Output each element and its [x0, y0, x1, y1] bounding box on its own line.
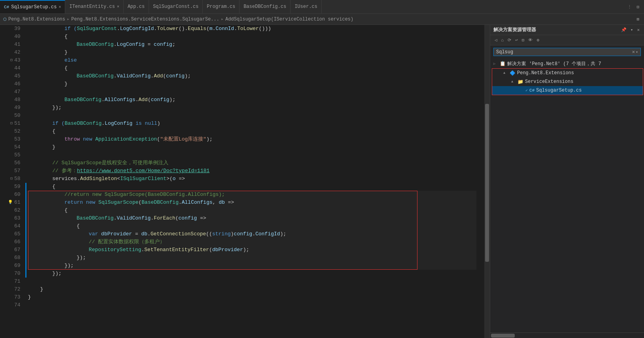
tab-icon-cs: C#: [4, 5, 9, 9]
path-actions-btn[interactable]: ⊞: [635, 16, 641, 23]
sol-refresh-btn[interactable]: ↩: [514, 37, 519, 43]
tree-item-solution[interactable]: ▷ 📋 解决方案 'Peng.Net8' (7 个项目，共 7: [490, 59, 644, 68]
sol-collapse-btn[interactable]: ⊟: [521, 37, 526, 43]
tab-label-sqlsugarconst: SqlSugarConst.cs: [153, 4, 198, 9]
sol-sync-btn[interactable]: ⟳: [506, 37, 512, 43]
tab-close-sqlsugar[interactable]: ×: [59, 5, 61, 9]
tab-program[interactable]: Program.cs: [203, 0, 240, 14]
project-icon: 🔷: [510, 70, 516, 76]
sol-back-btn[interactable]: ◁: [493, 37, 499, 43]
tree-item-file[interactable]: ✓ C# SqlsugarSetup.cs: [492, 86, 643, 95]
sol-show-all-btn[interactable]: 👁: [527, 37, 534, 43]
folder-label: ServiceExtensions: [525, 79, 573, 84]
folder-icon: 📁: [517, 79, 523, 85]
scrollbar-track[interactable]: [484, 25, 490, 338]
sol-home-btn[interactable]: ⌂: [500, 37, 505, 43]
search-clear-btn[interactable]: ✕: [632, 49, 635, 55]
solution-header: 解决方案资源管理器 📌 ▾ ✕: [490, 25, 644, 35]
cs-check-icon: ✓: [525, 88, 528, 93]
tab-overflow-btn[interactable]: ⋮: [626, 4, 633, 10]
tree-item-folder[interactable]: ▲ 📁 ServiceExtensions: [492, 77, 643, 86]
solution-pin-btn[interactable]: 📌: [620, 26, 628, 33]
search-box: ✕ ▾: [493, 48, 641, 56]
tab-split-btn[interactable]: ⊡: [635, 4, 641, 10]
path-sep-1: ▸: [67, 16, 70, 22]
solution-menu-btn[interactable]: ▾: [629, 26, 635, 33]
tree-expand-project: ▲: [503, 71, 508, 75]
tab-close-itenant[interactable]: ×: [117, 5, 119, 9]
solution-hscroll[interactable]: [490, 332, 644, 338]
cs-file-icon: C#: [529, 88, 534, 93]
search-dropdown-btn[interactable]: ▾: [636, 50, 638, 54]
line-numbers: 39 40 41 42 ⊟ 43 44 45 46 47 48 49 50 ⊟ …: [0, 25, 25, 338]
solution-toolbar: ◁ ⌂ ⟳ ↩ ⊟ 👁 ⚙: [490, 35, 644, 45]
tab-itenant[interactable]: ITenantEntity.cs ×: [65, 0, 123, 14]
tab-label-sqlsugar: SqlsugarSetup.cs: [11, 4, 57, 10]
breadcrumb-method[interactable]: AddSqlsugarSetup(IServiceCollection serv…: [225, 17, 353, 22]
tab-sqlsugarconst[interactable]: SqlSugarConst.cs: [149, 0, 203, 14]
tab-label-program: Program.cs: [207, 4, 235, 9]
code-wrapper[interactable]: if (SqlSugarConst.LogConfigId.ToLower().…: [25, 25, 484, 338]
tab-label-itenant: ITenantEntity.cs: [69, 4, 115, 9]
project-label: Peng.Net8.Extensions: [517, 70, 574, 76]
tree-expand-solution: ▷: [493, 62, 498, 66]
tab-action-area: ⋮ ⊡: [623, 4, 644, 10]
breadcrumb-project[interactable]: ⬡ Peng.Net8.Extensions: [3, 17, 65, 22]
solution-header-actions: 📌 ▾ ✕: [620, 26, 641, 33]
solution-label: 解决方案 'Peng.Net8' (7 个项目，共 7: [507, 60, 601, 67]
tab-basedbconfig[interactable]: BaseDBConfig.cs: [240, 0, 291, 14]
tab-label-iuser: IUser.cs: [295, 4, 317, 9]
solution-icon: 📋: [500, 61, 506, 67]
tree-item-project[interactable]: ▲ 🔷 Peng.Net8.Extensions: [492, 69, 643, 77]
editor-area: 39 40 41 42 ⊟ 43 44 45 46 47 48 49 50 ⊟ …: [0, 25, 490, 338]
search-input[interactable]: [496, 49, 632, 55]
path-sep-2: ▸: [221, 16, 224, 22]
solution-hscroll-thumb[interactable]: [491, 334, 515, 338]
tab-app[interactable]: App.cs: [124, 0, 149, 14]
tree-expand-folder: ▲: [511, 80, 516, 84]
breadcrumb-project-icon: ⬡: [3, 17, 7, 22]
breadcrumb-namespace[interactable]: Peng.Net8.Extensions.ServiceExtensions.S…: [71, 17, 219, 22]
sol-settings-btn[interactable]: ⚙: [535, 37, 540, 43]
code-lines: if (SqlSugarConst.LogConfigId.ToLower().…: [25, 25, 484, 309]
solution-panel: 解决方案资源管理器 📌 ▾ ✕ ◁ ⌂ ⟳ ↩ ⊟ 👁 ⚙ ✕ ▾: [490, 25, 644, 338]
solution-close-btn[interactable]: ✕: [636, 26, 641, 33]
code-container[interactable]: 39 40 41 42 ⊟ 43 44 45 46 47 48 49 50 ⊟ …: [0, 25, 490, 338]
main-layout: 39 40 41 42 ⊟ 43 44 45 46 47 48 49 50 ⊟ …: [0, 25, 644, 338]
solution-title: 解决方案资源管理器: [493, 26, 536, 33]
file-label: SqlsugarSetup.cs: [536, 88, 582, 93]
tab-bar: C# SqlsugarSetup.cs × ITenantEntity.cs ×…: [0, 0, 644, 14]
tab-label-app: App.cs: [128, 4, 145, 9]
scrollbar-thumb[interactable]: [485, 104, 489, 262]
tree-view[interactable]: ▷ 📋 解决方案 'Peng.Net8' (7 个项目，共 7 ▲ 🔷 Peng…: [490, 58, 644, 332]
tab-label-basedbconfig: BaseDBConfig.cs: [244, 4, 286, 9]
breadcrumb: ⬡ Peng.Net8.Extensions ▸ Peng.Net8.Exten…: [0, 14, 644, 25]
tab-iuser[interactable]: IUser.cs: [291, 0, 322, 14]
tree-highlighted-group: ▲ 🔷 Peng.Net8.Extensions ▲ 📁 ServiceExte…: [492, 68, 643, 95]
tab-sqlsugar-setup[interactable]: C# SqlsugarSetup.cs ×: [0, 0, 65, 14]
